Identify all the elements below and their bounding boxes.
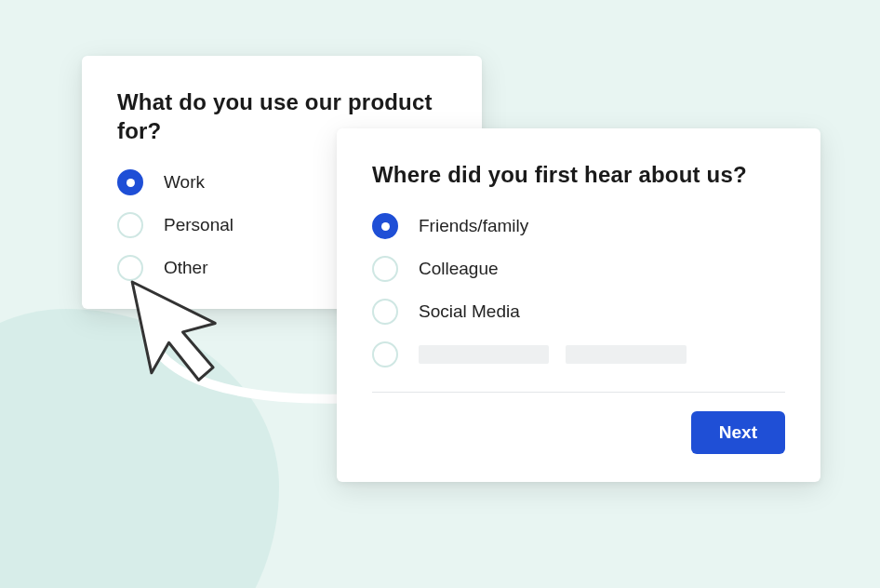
radio-unselected-icon (372, 341, 398, 368)
radio-unselected-icon (117, 255, 143, 281)
option-social-media[interactable]: Social Media (372, 299, 785, 325)
radio-selected-icon (372, 213, 398, 239)
option-label: Work (164, 172, 205, 193)
background-blob (0, 309, 279, 588)
option-placeholder[interactable] (372, 341, 785, 368)
radio-unselected-icon (372, 256, 398, 282)
placeholder-bar (419, 345, 549, 364)
placeholder-bar (566, 345, 687, 364)
option-label: Personal (164, 215, 233, 235)
option-friends-family[interactable]: Friends/family (372, 213, 785, 239)
option-colleague[interactable]: Colleague (372, 256, 785, 282)
option-label: Colleague (419, 259, 499, 279)
survey-card-referral: Where did you first hear about us? Frien… (337, 128, 820, 482)
option-label: Other (164, 258, 208, 278)
divider (372, 392, 785, 393)
option-label: Friends/family (419, 216, 528, 236)
question-referral: Where did you first hear about us? (372, 160, 785, 189)
next-button[interactable]: Next (691, 411, 785, 454)
option-label: Social Media (419, 301, 520, 322)
radio-selected-icon (117, 169, 143, 195)
radio-unselected-icon (372, 299, 398, 325)
option-placeholder-bars (419, 345, 687, 364)
actions-row: Next (372, 411, 785, 454)
options-referral: Friends/family Colleague Social Media (372, 213, 785, 368)
radio-unselected-icon (117, 212, 143, 238)
